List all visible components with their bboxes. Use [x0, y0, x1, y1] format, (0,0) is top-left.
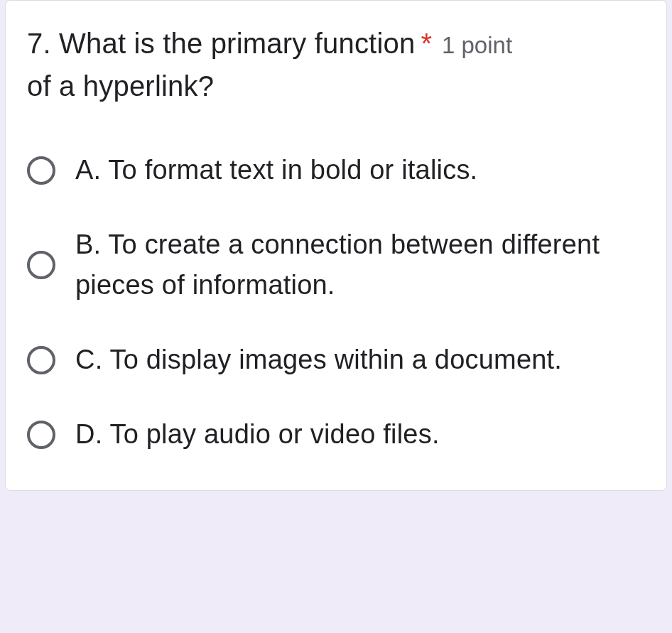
- points-label: 1 point: [442, 32, 512, 59]
- question-line-wrap: 7. What is the primary function * 1 poin…: [27, 22, 645, 65]
- radio-icon[interactable]: [27, 251, 55, 279]
- required-asterisk: *: [421, 28, 432, 60]
- option-label: C. To display images within a document.: [75, 340, 562, 380]
- option-label: B. To create a connection between differ…: [75, 224, 645, 305]
- question-card: 7. What is the primary function * 1 poin…: [5, 0, 667, 491]
- option-d[interactable]: D. To play audio or video files.: [27, 414, 645, 455]
- question-text-line2: of a hyperlink?: [27, 65, 214, 107]
- question-header: 7. What is the primary function * 1 poin…: [27, 22, 645, 107]
- radio-icon[interactable]: [27, 156, 55, 185]
- option-a[interactable]: A. To format text in bold or italics.: [27, 150, 645, 190]
- option-b[interactable]: B. To create a connection between differ…: [27, 224, 645, 305]
- option-label: A. To format text in bold or italics.: [75, 150, 477, 190]
- radio-icon[interactable]: [27, 346, 55, 374]
- option-c[interactable]: C. To display images within a document.: [27, 340, 645, 380]
- options-container: A. To format text in bold or italics. B.…: [27, 150, 645, 455]
- question-text-line1: 7. What is the primary function: [27, 22, 415, 65]
- option-label: D. To play audio or video files.: [75, 414, 440, 455]
- radio-icon[interactable]: [27, 421, 55, 449]
